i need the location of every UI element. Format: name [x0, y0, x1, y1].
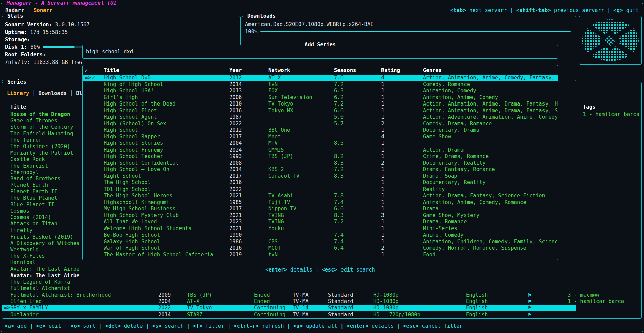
storage-label: Storage:	[5, 37, 30, 43]
cell-tags: 3 - macmww	[568, 292, 576, 298]
add-series-result-row[interactable]: High School Agent19875.01Action, Adventu…	[83, 114, 558, 121]
monitored-flag-icon: ⚑	[528, 298, 568, 305]
cell-year: 2022	[229, 121, 268, 127]
add-series-result-row[interactable]: The Master of High School Cafeteria2019t…	[83, 252, 558, 258]
add-series-result-row[interactable]: High School USA!2013FOX6.31Animation, Co…	[83, 88, 558, 94]
add-series-result-row[interactable]: High School Mystery Club2021TVING8.33Gam…	[83, 212, 558, 219]
series-list-item[interactable]: Band of Brothers	[2, 176, 83, 182]
cell-genres: Documentary, Drama	[423, 127, 558, 134]
download-item[interactable]: American.Dad.S20E07.1080p.WEBRip.x264-BA…	[245, 20, 573, 28]
series-tab-downloads[interactable]: Downloads	[38, 90, 67, 96]
cell-year: 2021	[229, 212, 268, 219]
cell-rating: 1	[381, 219, 423, 225]
cell-title: The Master of High School Cafeteria	[104, 252, 229, 258]
tab-radarr[interactable]: Radarr	[5, 7, 24, 13]
series-list-item[interactable]: The Exorcist	[2, 163, 83, 169]
add-series-result-row[interactable]: High School2012BBC One1Documentary, Dram…	[83, 127, 558, 134]
series-table-row[interactable]: Elfen Lied2004AT-XEndedTV-MAStandardHD-1…	[2, 298, 576, 305]
add-series-result-row[interactable]: =>✓High School D×D2012AT-X7.64Action, An…	[83, 75, 558, 81]
add-series-result-row[interactable]: Welcome High School Students2021Youku1Mi…	[83, 225, 558, 232]
series-list-item[interactable]: House of the Dragon	[2, 111, 83, 118]
add-series-result-row[interactable]: War of High School2016MCOT6.42Comedy, Ho…	[83, 245, 558, 252]
add-series-result-row[interactable]: Highschool! Kimengumi1985Fuji TV7.41Anim…	[83, 199, 558, 206]
add-series-result-row[interactable]: High School Stories2004MTV8.51	[83, 140, 558, 147]
column-header-rating: Rating	[381, 67, 423, 74]
add-series-result-row[interactable]: King of High School2014tvN7.21Comedy, Ro…	[83, 81, 558, 88]
add-series-result-row[interactable]: Galaxy High School1986CBS7.41Animation, …	[83, 239, 558, 245]
series-list-item[interactable]: Planet Earth II	[2, 189, 83, 195]
add-series-result-row[interactable]: The High School20161Documentary, Reality	[83, 179, 558, 186]
add-series-result-row[interactable]: The High School Heroes2021TV Asahi7.81Ac…	[83, 193, 558, 199]
add-series-result-row[interactable]: High School Rapper2017Mnet4Game Show	[83, 134, 558, 140]
add-series-result-row[interactable]: High (School) On Sex20225.72Comedy, Dram…	[83, 121, 558, 127]
popup-help-label: details	[287, 267, 313, 273]
series-list-item[interactable]: Hannibal	[2, 259, 83, 266]
add-series-result-row[interactable]: High School Confidential20088.32Document…	[83, 160, 558, 167]
series-list-item[interactable]: A Discovery of Witches	[2, 240, 83, 247]
check-slot	[92, 166, 104, 173]
add-series-result-row[interactable]: TO1 High School20221Reality	[83, 186, 558, 193]
series-list-item[interactable]: Blue Planet II	[2, 202, 83, 208]
series-list-item[interactable]: Attack on Titan	[2, 221, 83, 227]
series-list-item[interactable]: Avatar: The Last Airbe	[2, 273, 83, 279]
add-series-result-row[interactable]: Night School2017Caracol TV8.31Drama, Soa…	[83, 173, 558, 180]
cell-rating: 1	[381, 147, 423, 154]
series-list-item[interactable]: Firefly	[2, 227, 83, 234]
add-series-result-row[interactable]: All That We Loved2023TVING7.21Drama, Rom…	[83, 219, 558, 225]
series-list-item[interactable]: Game of Thrones	[2, 118, 83, 124]
series-list-item[interactable]: Planet Earth	[2, 182, 83, 189]
add-series-result-row[interactable]: High School Fleet2016Tokyo MX6.61Action,…	[83, 108, 558, 114]
add-series-result-row[interactable]: High School – Love On2014KBS 27.21Drama,…	[83, 166, 558, 173]
series-list-item[interactable]: Chernobyl	[2, 169, 83, 176]
cell-rating: 1	[381, 252, 423, 258]
series-list-item[interactable]: Fruits Basket (2019)	[2, 234, 83, 240]
cell-rating: 1	[381, 127, 423, 134]
series-list-item[interactable]: The Outsider (2020)	[2, 143, 83, 150]
series-list-item[interactable]: Cosmos	[2, 208, 83, 214]
add-series-result-row[interactable]: High School Teacher1993TBS (JP)8.21Crime…	[83, 153, 558, 160]
add-series-result-row[interactable]: Be-Bop High School19907.41Anime, Comedy	[83, 232, 558, 239]
cell-network: CBS	[268, 239, 334, 245]
series-list-item[interactable]: The Terror	[2, 137, 83, 143]
series-list-item[interactable]: Moriarty the Patriot	[2, 150, 83, 156]
series-list-item[interactable]: The X-Files	[2, 253, 83, 259]
add-series-result-row[interactable]: High School Frenemy2024GMM251Action, Dra…	[83, 147, 558, 154]
tags-sidebar-title: Tags	[583, 104, 595, 110]
disk-percent: 80%	[30, 44, 40, 50]
series-list-item[interactable]: The Legend of Korra	[2, 279, 83, 285]
cell-genres: Animation, Comedy	[423, 88, 558, 94]
cell-year: 1985	[229, 199, 268, 206]
selection-marker-slot	[85, 134, 92, 140]
series-tab-bl[interactable]: Bl	[76, 90, 82, 96]
check-slot	[92, 173, 104, 180]
top-help-key: <q>	[613, 7, 623, 13]
series-list-item[interactable]: Fullmetal Alchemist	[2, 285, 83, 292]
check-slot	[92, 88, 104, 94]
cell-title: My High School Business	[104, 206, 229, 212]
cell-quality-profile: HD-1080p	[373, 292, 466, 298]
series-table-row[interactable]: =>SPY x FAMILY2022TV TokyoContinuingTV-1…	[2, 305, 576, 311]
check-slot	[92, 245, 104, 252]
check-slot	[92, 153, 104, 160]
series-list-item[interactable]: Avatar: The Last Airbe	[2, 266, 83, 273]
add-series-result-row[interactable]: High School of the Dead2010TV Tokyo7.21A…	[83, 101, 558, 108]
add-series-result-row[interactable]: My High School Business2017Nippon TV6.61…	[83, 206, 558, 212]
disk-usage-gauge-fill	[43, 46, 74, 48]
tab-sonarr[interactable]: Sonarr	[34, 7, 52, 13]
series-list-item[interactable]: Cosmos (2014)	[2, 214, 83, 221]
series-table-row[interactable]: Fullmetal Alchemist: Brotherhood2009TBS …	[2, 292, 576, 298]
series-list-item[interactable]: Storm of the Century	[2, 124, 83, 130]
series-list-item[interactable]: The Blue Planet	[2, 195, 83, 201]
series-search-input[interactable]: high school dxd	[86, 49, 133, 55]
download-percent: 100%	[245, 29, 257, 35]
cell-rating: 1	[381, 232, 423, 239]
series-list-item[interactable]: Westworld	[2, 247, 83, 253]
series-tab-library[interactable]: Library	[7, 90, 29, 96]
series-table-row[interactable]: Outlander2014STARZContinuingTV-MAStandar…	[2, 311, 576, 318]
series-list-item[interactable]: Castle Rock	[2, 156, 83, 163]
add-series-result-row[interactable]: Girl's High2006Sun Television6.21Animati…	[83, 94, 558, 101]
series-list-item[interactable]: The Enfield Haunting	[2, 131, 83, 137]
check-slot	[92, 186, 104, 193]
bottom-help-key: <del>	[105, 323, 121, 329]
cell-year: 2012	[229, 75, 268, 81]
